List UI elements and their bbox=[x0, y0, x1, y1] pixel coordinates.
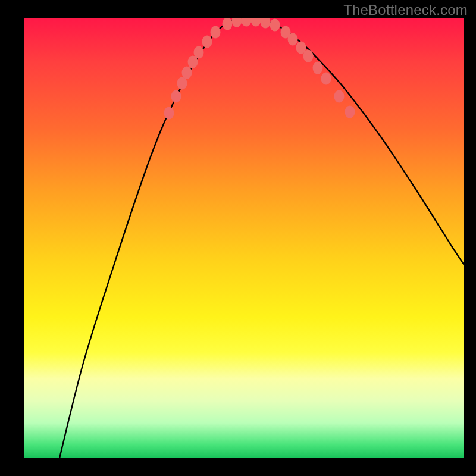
bottleneck-chart-svg bbox=[24, 18, 464, 458]
data-marker bbox=[164, 107, 174, 120]
data-marker bbox=[345, 106, 355, 118]
chart-frame: TheBottleneck.com bbox=[0, 0, 476, 476]
data-marker bbox=[194, 46, 204, 59]
data-marker bbox=[177, 77, 187, 90]
watermark-text: TheBottleneck.com bbox=[343, 2, 468, 18]
bottleneck-curve bbox=[60, 19, 464, 458]
data-marker bbox=[334, 90, 345, 103]
data-marker bbox=[182, 67, 192, 79]
data-marker bbox=[261, 18, 271, 29]
data-marker bbox=[270, 19, 280, 32]
data-marker bbox=[288, 33, 298, 46]
data-marker bbox=[223, 18, 233, 30]
plot-area bbox=[24, 18, 464, 458]
data-marker bbox=[202, 36, 212, 48]
data-marker bbox=[242, 18, 252, 27]
data-marker bbox=[232, 18, 242, 27]
data-marker bbox=[171, 90, 181, 103]
data-marker bbox=[321, 73, 331, 85]
data-marker bbox=[251, 18, 261, 27]
data-marker bbox=[313, 62, 323, 74]
data-marker bbox=[211, 26, 221, 39]
data-marker bbox=[303, 50, 314, 62]
